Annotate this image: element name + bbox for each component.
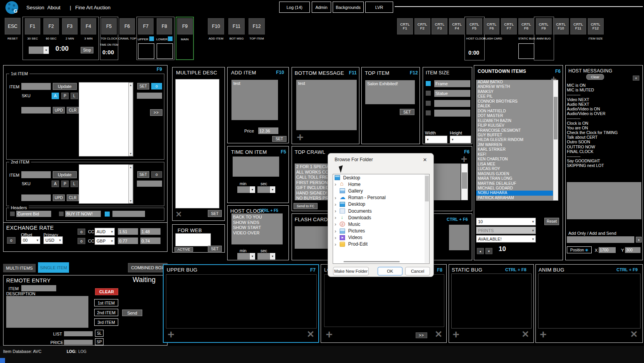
host-message-item[interactable]: ---------- (567, 154, 641, 158)
sku2-p-button[interactable]: P (61, 181, 69, 187)
tree-row[interactable]: Roman - Personal (333, 194, 429, 201)
countdown-item[interactable]: ADAM BATKO (476, 80, 553, 84)
ctrl-key[interactable]: CRTL F11 (570, 18, 586, 40)
cc1-dropdown[interactable]: AUD (95, 228, 115, 236)
item-number-input[interactable] (21, 83, 51, 90)
f4-key[interactable]: F4 (81, 18, 96, 34)
tree-expand-icon[interactable] (335, 222, 340, 227)
remote-3rd-item-button[interactable]: 3rd ITEM (94, 318, 118, 326)
remote-item-input[interactable] (21, 285, 56, 291)
f8-key[interactable]: F8 (157, 18, 172, 34)
dropdown-arrow-icon[interactable] (249, 253, 255, 260)
custom-header-field[interactable] (112, 211, 145, 217)
countdown-reset-button[interactable]: Reset (544, 218, 559, 225)
size-option3-field[interactable] (434, 100, 470, 107)
tree-row[interactable]: Pictures (333, 228, 429, 234)
buy-it-now-field[interactable]: BUY IT NOW! (65, 211, 101, 217)
ctrl-key-button[interactable]: CRTL F3 (432, 18, 447, 34)
countdown-item[interactable]: CONNOR BROTHERS (476, 99, 553, 104)
countdown-item[interactable]: BANKSY (476, 89, 553, 94)
tree-expand-icon[interactable] (335, 195, 340, 200)
tree-row-label[interactable]: Documents (347, 208, 373, 214)
countdown-item[interactable]: DALEK (476, 104, 553, 108)
countdown-item[interactable]: HILDA GLEIZER RINDOM (476, 138, 553, 142)
ctrl-key[interactable]: CRTL F3 (432, 18, 447, 40)
top-item-set-button[interactable]: SET (400, 109, 414, 115)
ctrl-key[interactable]: CRTL F9 ANIM BUG (536, 18, 552, 40)
ctrl-key-button[interactable]: CRTL F1 (397, 18, 413, 34)
remote-2nd-item-button[interactable]: 2nd ITEM (94, 309, 118, 316)
tab-combined-box[interactable]: COMBINED BOX (128, 263, 167, 272)
countdown-item[interactable]: DON HATFIELD (476, 109, 553, 114)
size-option4-field[interactable] (434, 110, 470, 117)
scroll-up-icon[interactable]: ▲ (129, 84, 133, 86)
frame-checkbox[interactable] (426, 81, 431, 86)
ctrl-key-button[interactable]: CRTL F6 (483, 18, 499, 34)
scroll-down-icon[interactable]: ▼ (129, 200, 133, 202)
make-new-folder-button[interactable]: Make New Folder (333, 267, 369, 275)
lower-bug-close-icon[interactable] (433, 329, 444, 339)
countdown-item[interactable]: KARL STRIKER (476, 147, 553, 152)
hc-sec-dropdown[interactable] (257, 253, 275, 260)
dropdown-arrow-icon[interactable] (269, 253, 275, 260)
stop-button[interactable]: Stop (81, 47, 93, 53)
tree-row[interactable]: Desktop (333, 174, 429, 181)
lower-bug-expand-button[interactable] (416, 332, 427, 338)
f10-key[interactable]: F10 (208, 18, 224, 34)
countdown-item[interactable]: FRANCOISE DESMONT (476, 128, 553, 133)
countdown-item[interactable]: MAGNUS GJOEN (476, 172, 553, 176)
first-item-scrollbar[interactable]: ▲ ▼ (128, 83, 133, 156)
first-item-expand-button[interactable] (150, 109, 162, 116)
tree-horizontal-scroll-thumb[interactable] (344, 261, 400, 262)
host-message-item[interactable]: Video NEXT (567, 97, 641, 102)
countdown-item[interactable]: MICHAEL GODARD (476, 186, 553, 191)
host-message-item[interactable]: Clock is ON (567, 121, 641, 126)
cc2-dropdown[interactable]: GBP (95, 237, 115, 245)
countdown-item[interactable]: KEF! (476, 152, 553, 157)
second-item-extra-field[interactable] (137, 181, 162, 187)
clr2-button[interactable]: CLR (67, 194, 79, 201)
f3-key[interactable]: F3 (62, 18, 78, 34)
host-message-item[interactable]: Say GOODNIGHT (567, 158, 641, 163)
tree-row-label[interactable]: Desktop (342, 175, 361, 181)
countdown-item[interactable]: KEN CHARLTON (476, 157, 553, 162)
width-dropdown[interactable] (425, 136, 447, 143)
sku-a-button[interactable]: A (52, 93, 59, 99)
ctrl-key-button[interactable]: CRTL F12 (588, 18, 604, 34)
tree-row-label[interactable]: Prod-Edit (347, 241, 369, 247)
position-x-field[interactable]: 1700 (599, 247, 616, 253)
tree-row-label[interactable]: Roman - Personal (347, 195, 387, 200)
ctrl-key[interactable]: CRTL F12 ITEM SIZE (588, 18, 604, 40)
tree-row-label[interactable]: Videos (347, 235, 363, 240)
item2-aux-input[interactable] (21, 194, 51, 201)
countdown-item[interactable]: JIM WARREN (476, 143, 553, 147)
menu-about[interactable]: About (47, 5, 60, 10)
add-message-input[interactable] (567, 236, 634, 243)
update-button[interactable]: Update (53, 83, 77, 90)
host-clock-item[interactable]: SHOW ENDS (231, 220, 283, 225)
hc-min-dropdown[interactable] (237, 253, 255, 260)
ctrl-key-button[interactable]: CRTL F8 (518, 18, 534, 34)
sp-button[interactable]: SP (95, 338, 104, 345)
tab-single-item[interactable]: SINGLE ITEM (38, 262, 69, 273)
sku-l-button[interactable]: L (71, 93, 78, 99)
menu-session[interactable]: Session (26, 5, 44, 10)
top-crawl-add-icon[interactable] (459, 154, 469, 164)
scroll-up-icon[interactable]: ▲ (129, 166, 133, 169)
current-bid-field[interactable]: Current Bid (16, 211, 51, 217)
ctrl-key-button[interactable]: CRTL F4 (449, 18, 465, 34)
tree-row-label[interactable]: Desktop (347, 201, 366, 207)
host-message-item[interactable]: OUTTRO NOW (567, 145, 641, 149)
dropdown-arrow-icon[interactable] (43, 46, 49, 54)
first-item-set-button[interactable]: SET (137, 83, 149, 89)
ctrl-key-button[interactable]: CRTL F10 (553, 18, 569, 34)
countdown-item[interactable]: MARA TRAN LONG (476, 176, 553, 181)
host-clock-item[interactable]: SHOW START (231, 225, 283, 231)
tree-row[interactable]: Gallery (333, 188, 429, 194)
sku2-l-button[interactable]: L (71, 181, 78, 187)
tree-row[interactable]: Downloads (333, 214, 429, 221)
second-item-scrollbar[interactable]: ▲ ▼ (128, 165, 133, 203)
host-message-item[interactable]: ---------- (567, 92, 641, 97)
countdown-up-button[interactable]: ▲ (477, 248, 484, 254)
host-message-item[interactable]: Audio/Video is ON (567, 107, 641, 111)
